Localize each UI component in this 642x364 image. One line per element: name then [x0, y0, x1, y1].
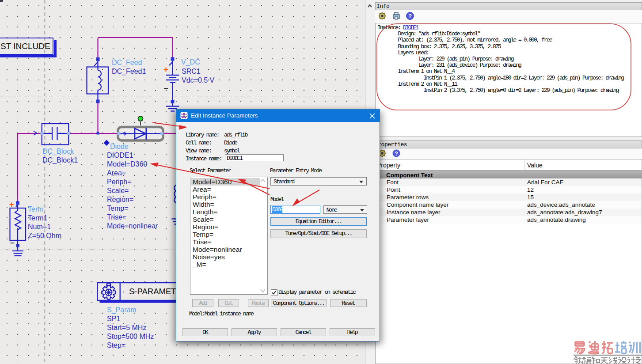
svg-text:S-PARAMETE: S-PARAMETE [129, 287, 182, 296]
svg-text:−: − [10, 239, 15, 247]
svg-text:+: + [9, 200, 14, 209]
svg-text:?: ? [408, 13, 412, 19]
svg-text:−: − [163, 84, 168, 93]
svg-text:?: ? [395, 150, 398, 157]
svg-text:+: + [163, 64, 168, 74]
